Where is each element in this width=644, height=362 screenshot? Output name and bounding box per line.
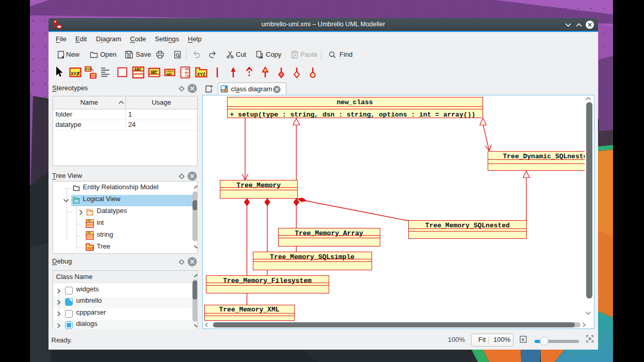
svg-text:ABC: ABC [87,220,91,222]
svg-text:- DEF: - DEF [182,72,189,75]
svg-text:XYZ: XYZ [86,68,91,71]
svg-text:XYZ: XYZ [71,72,79,77]
svg-text:- IJK: - IJK [182,75,189,78]
svg-text:XYZ: XYZ [197,72,205,77]
svg-text:ABC: ABC [166,73,172,76]
svg-text:ABC: ABC [87,232,91,234]
svg-text:- ABC: - ABC [182,68,189,71]
svg-text:xyz: xyz [87,246,93,250]
